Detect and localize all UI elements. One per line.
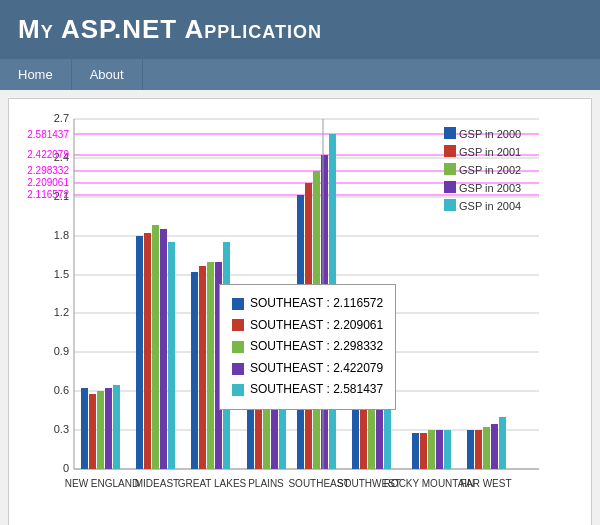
svg-text:MIDEAST: MIDEAST — [135, 478, 179, 489]
chart-tooltip: SOUTHEAST : 2.116572 SOUTHEAST : 2.20906… — [219, 284, 396, 410]
svg-text:GSP in 2000: GSP in 2000 — [459, 128, 521, 140]
svg-text:1.5: 1.5 — [54, 268, 69, 280]
tooltip-row-3: SOUTHEAST : 2.298332 — [232, 336, 383, 358]
svg-rect-66 — [444, 430, 451, 469]
svg-rect-32 — [81, 388, 88, 469]
svg-rect-33 — [89, 394, 96, 469]
nav-item-home[interactable]: Home — [0, 59, 72, 90]
app-header: My ASP.NET Application — [0, 0, 600, 59]
svg-rect-35 — [105, 388, 112, 469]
svg-rect-34 — [97, 391, 104, 469]
svg-rect-40 — [160, 229, 167, 469]
svg-text:GSP in 2004: GSP in 2004 — [459, 200, 521, 212]
svg-text:2.581437: 2.581437 — [27, 129, 69, 140]
svg-text:0: 0 — [63, 462, 69, 474]
svg-rect-62 — [412, 433, 419, 469]
svg-rect-36 — [113, 385, 120, 469]
svg-rect-82 — [444, 145, 456, 157]
svg-text:PLAINS: PLAINS — [248, 478, 284, 489]
svg-rect-37 — [136, 236, 143, 469]
svg-rect-80 — [444, 127, 456, 139]
svg-text:1.2: 1.2 — [54, 306, 69, 318]
svg-text:FAR WEST: FAR WEST — [460, 478, 511, 489]
tooltip-row-5: SOUTHEAST : 2.581437 — [232, 379, 383, 401]
tooltip-row-1: SOUTHEAST : 2.116572 — [232, 293, 383, 315]
svg-rect-69 — [483, 427, 490, 469]
svg-rect-68 — [475, 430, 482, 469]
svg-text:0.6: 0.6 — [54, 384, 69, 396]
svg-rect-63 — [420, 433, 427, 469]
svg-rect-43 — [199, 266, 206, 469]
svg-rect-84 — [444, 163, 456, 175]
svg-rect-88 — [444, 199, 456, 211]
app-title: My ASP.NET Application — [18, 14, 582, 45]
nav-bar: Home About — [0, 59, 600, 90]
svg-text:GSP in 2002: GSP in 2002 — [459, 164, 521, 176]
svg-rect-39 — [152, 225, 159, 469]
svg-text:2.298332: 2.298332 — [27, 165, 69, 176]
svg-text:NEW ENGLAND: NEW ENGLAND — [65, 478, 139, 489]
svg-rect-64 — [428, 430, 435, 469]
nav-item-about[interactable]: About — [72, 59, 143, 90]
svg-rect-67 — [467, 430, 474, 469]
svg-rect-42 — [191, 272, 198, 469]
svg-rect-38 — [144, 233, 151, 469]
chart-area: 0 0.3 0.6 0.9 1.2 1.5 1.8 2.1 2.4 2.7 2.… — [19, 109, 581, 525]
svg-rect-86 — [444, 181, 456, 193]
svg-text:2.422079: 2.422079 — [27, 149, 69, 160]
svg-rect-65 — [436, 430, 443, 469]
svg-text:0.3: 0.3 — [54, 423, 69, 435]
svg-text:GSP in 2003: GSP in 2003 — [459, 182, 521, 194]
svg-text:GSP in 2001: GSP in 2001 — [459, 146, 521, 158]
svg-text:1.8: 1.8 — [54, 229, 69, 241]
svg-text:GREAT LAKES: GREAT LAKES — [178, 478, 247, 489]
chart-container: 0 0.3 0.6 0.9 1.2 1.5 1.8 2.1 2.4 2.7 2.… — [8, 98, 592, 525]
svg-text:0.9: 0.9 — [54, 345, 69, 357]
svg-text:2.209061: 2.209061 — [27, 177, 69, 188]
tooltip-row-4: SOUTHEAST : 2.422079 — [232, 358, 383, 380]
svg-rect-70 — [491, 424, 498, 469]
svg-rect-44 — [207, 262, 214, 469]
svg-text:2.116572: 2.116572 — [27, 189, 69, 200]
svg-rect-71 — [499, 417, 506, 469]
svg-rect-41 — [168, 242, 175, 469]
tooltip-row-2: SOUTHEAST : 2.209061 — [232, 315, 383, 337]
svg-text:2.7: 2.7 — [54, 112, 69, 124]
